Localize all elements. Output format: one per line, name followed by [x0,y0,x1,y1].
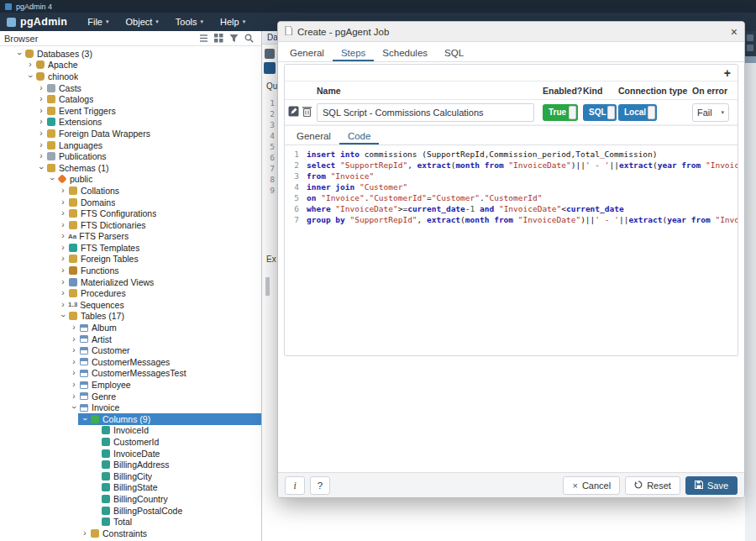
chevron-right-icon[interactable]: › [69,392,79,401]
tree-item[interactable]: ›Foreign Data Wrappers [0,128,261,139]
toolbar-mini-icon[interactable] [747,45,753,51]
tree-item[interactable]: ›Databases (3) [0,48,261,60]
tree-item[interactable]: ›Collations [0,185,261,197]
query-tool-icon[interactable] [264,62,276,74]
chevron-right-icon[interactable]: › [36,141,46,150]
tree-item[interactable]: ›Materialized Views [0,276,261,288]
chevron-right-icon[interactable]: › [58,221,68,229]
tree-item[interactable]: ›Apache [0,60,261,71]
chevron-right-icon[interactable]: › [58,278,68,286]
chevron-right-icon[interactable]: › [58,232,68,240]
tree-item[interactable]: ›CustomerMessagesTest [0,368,261,380]
menu-item-file[interactable]: File▾ [79,13,117,31]
tree-item[interactable]: ›FTS Templates [0,242,261,254]
sql-code-editor[interactable]: 1234567 insert into commissions (Support… [285,145,738,355]
tree-item[interactable]: ›Schemas (1) [0,162,261,174]
chevron-down-icon[interactable]: › [70,402,78,412]
tree-item[interactable]: ›Constraints [0,528,261,539]
help-button[interactable]: ? [310,476,330,495]
tab-general[interactable]: General [281,42,333,61]
chevron-right-icon[interactable]: › [69,381,79,389]
tree-item[interactable]: ›Foreign Tables [0,254,261,265]
chevron-right-icon[interactable]: › [36,118,46,126]
tree-item[interactable]: ›public [0,174,261,186]
tree-item[interactable]: ›chinook [0,71,261,82]
chevron-right-icon[interactable]: › [69,346,79,355]
chevron-right-icon[interactable]: › [69,358,79,366]
toolbar-mini-icon[interactable] [747,34,753,41]
tree-item[interactable]: ›1.3Sequences [0,299,261,311]
enabled-toggle[interactable]: True [543,104,578,121]
scrollbar[interactable] [265,277,270,296]
on-error-select[interactable]: Fail▾ [692,103,729,122]
step-name-input[interactable]: SQL Script - Commissions Calculations [317,103,534,122]
menu-item-tools[interactable]: Tools▾ [167,13,212,31]
tab-steps[interactable]: Steps [333,42,374,61]
tree-item[interactable]: ›Extensions [0,117,261,129]
delete-row-icon[interactable] [302,105,312,120]
tree-item[interactable]: ›Catalogs [0,93,261,105]
chevron-right-icon[interactable]: › [36,107,46,115]
tree-item[interactable]: ›InvoiceDate [0,448,261,460]
subtab-code[interactable]: Code [339,126,380,144]
edit-row-icon[interactable] [288,105,299,120]
tree-item[interactable]: ›Album [0,322,261,334]
tree-item[interactable]: ›FTS Dictionaries [0,219,261,231]
tree-item[interactable]: ›Event Triggers [0,105,261,117]
tab-schedules[interactable]: Schedules [374,42,436,61]
tree-item[interactable]: ›Genre [0,391,261,402]
list-icon[interactable] [199,34,208,43]
tree-item[interactable]: ›BillingCity [0,470,261,482]
tree-item[interactable]: ›FTS Configurations [0,207,261,219]
add-step-button[interactable]: + [724,67,731,79]
chevron-right-icon[interactable]: › [58,301,68,309]
chevron-right-icon[interactable]: › [25,60,35,69]
chevron-right-icon[interactable]: › [80,529,90,538]
chevron-right-icon[interactable]: › [69,323,79,332]
tree-item[interactable]: ›CustomerMessages [0,356,261,368]
chevron-down-icon[interactable]: › [59,311,67,321]
connection-type-toggle[interactable]: Local [618,104,657,121]
grid-icon[interactable] [214,34,223,43]
tree-item[interactable]: ›Tables (17) [0,311,261,323]
search-icon[interactable] [244,34,254,43]
tree-item[interactable]: ›Employee [0,379,261,391]
chevron-down-icon[interactable]: › [37,163,45,173]
tree-item[interactable]: ›BillingAddress [0,459,261,470]
chevron-down-icon[interactable]: › [26,71,34,81]
tree-item[interactable]: ›CustomerId [0,436,261,448]
menu-item-object[interactable]: Object▾ [118,13,167,31]
save-button[interactable]: Save [685,476,738,495]
chevron-right-icon[interactable]: › [36,84,46,92]
info-button[interactable]: i [285,476,305,495]
chevron-right-icon[interactable]: › [58,266,68,275]
kind-toggle[interactable]: SQL [583,104,617,121]
tree-item[interactable]: ›Artist [0,334,261,345]
tree-item[interactable]: ›Invoice [0,402,261,413]
chevron-right-icon[interactable]: › [36,95,46,103]
chevron-down-icon[interactable]: › [15,49,24,59]
reset-button[interactable]: Reset [625,476,680,495]
chevron-right-icon[interactable]: › [36,129,46,138]
tree-item[interactable]: ›BillingCountry [0,493,261,505]
cancel-button[interactable]: ×Cancel [563,476,620,495]
tree-item[interactable]: ›Total [0,516,261,528]
chevron-right-icon[interactable]: › [58,198,68,207]
subtab-general[interactable]: General [288,126,339,144]
toolbar-icon[interactable] [265,49,275,59]
chevron-right-icon[interactable]: › [58,255,68,263]
tree-item[interactable]: ›BillingState [0,482,261,494]
chevron-right-icon[interactable]: › [58,289,68,297]
chevron-down-icon[interactable]: › [81,414,89,424]
tree-item[interactable]: ›InvoiceId [0,425,261,437]
chevron-right-icon[interactable]: › [58,186,68,195]
close-icon[interactable]: × [731,26,738,38]
tab-sql[interactable]: SQL [436,42,472,61]
tree-item[interactable]: ›Procedures [0,287,261,299]
chevron-right-icon[interactable]: › [58,244,68,252]
tree-item[interactable]: ›BillingPostalCode [0,505,261,517]
tree-item[interactable]: ›Customer [0,344,261,356]
tree-item[interactable]: ›Functions [0,265,261,276]
chevron-right-icon[interactable]: › [69,335,79,344]
menu-item-help[interactable]: Help▾ [212,13,254,31]
